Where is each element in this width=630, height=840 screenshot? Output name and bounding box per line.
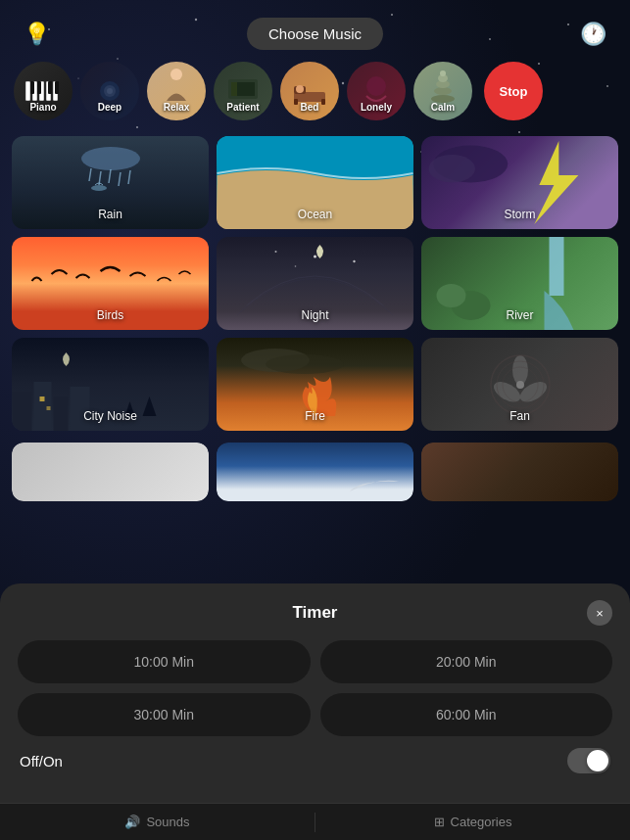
category-circle-bed: Bed	[280, 62, 339, 120]
svg-point-73	[266, 354, 344, 374]
sound-card-white[interactable]	[12, 443, 209, 501]
sound-card-fan[interactable]: Fan	[421, 338, 618, 431]
svg-rect-27	[37, 81, 41, 94]
svg-point-60	[275, 251, 277, 253]
choose-music-button[interactable]: Choose Music	[247, 18, 383, 50]
sound-card-city[interactable]: City Noise	[12, 338, 209, 431]
svg-point-65	[437, 284, 466, 307]
sound-storm-label: Storm	[421, 208, 618, 221]
svg-point-41	[296, 85, 304, 93]
svg-point-47	[440, 70, 446, 76]
off-on-row: Off/On	[18, 748, 612, 773]
svg-line-51	[109, 169, 111, 183]
category-piano[interactable]: Piano	[14, 62, 73, 120]
category-lonely[interactable]: Lonely	[347, 62, 406, 120]
svg-point-44	[434, 87, 452, 95]
svg-point-77	[516, 381, 524, 389]
timer-20min-button[interactable]: 20:00 Min	[320, 640, 613, 683]
sound-ocean-label: Ocean	[217, 208, 413, 221]
toggle-knob	[587, 750, 608, 771]
timer-10min-button[interactable]: 10:00 Min	[18, 640, 311, 683]
timer-60min-button[interactable]: 60:00 Min	[320, 693, 613, 736]
sound-night-label: Night	[217, 308, 413, 322]
category-relax[interactable]: Relax	[147, 62, 206, 120]
sound-birds-label: Birds	[12, 308, 209, 322]
sound-city-label: City Noise	[12, 409, 209, 423]
categories-label: Categories	[451, 815, 512, 829]
svg-point-57	[429, 155, 476, 183]
timer-close-button[interactable]: ×	[587, 600, 612, 626]
category-deep[interactable]: Deep	[80, 62, 139, 120]
timer-overlay: Timer × 10:00 Min 20:00 Min 30:00 Min 60…	[0, 583, 630, 803]
sound-river-label: River	[421, 308, 618, 322]
svg-line-53	[128, 170, 130, 184]
categories-icon: ⊞	[434, 815, 445, 829]
cave-bg	[421, 443, 618, 501]
timer-buttons: 10:00 Min 20:00 Min 30:00 Min 60:00 Min	[18, 640, 612, 736]
sound-card-river[interactable]: River	[421, 237, 618, 330]
nav-categories[interactable]: ⊞ Categories	[315, 815, 630, 829]
sound-card-ocean[interactable]: Ocean	[217, 136, 413, 229]
category-bed-label: Bed	[301, 102, 319, 113]
off-on-toggle[interactable]	[567, 748, 610, 773]
category-circle-patient: Patient	[214, 62, 272, 120]
sound-card-cave[interactable]	[421, 443, 618, 501]
sounds-icon: 🔊	[124, 815, 140, 829]
white-bg	[12, 443, 209, 501]
category-circle-calm: Calm	[413, 62, 472, 120]
svg-rect-63	[550, 237, 564, 296]
sound-rain-label: Rain	[12, 208, 209, 221]
svg-rect-29	[55, 81, 59, 94]
category-lonely-label: Lonely	[361, 102, 392, 113]
sound-card-fire[interactable]: Fire	[217, 338, 413, 431]
category-patient-label: Patient	[226, 102, 259, 113]
category-circle-deep: Deep	[80, 62, 139, 120]
svg-point-61	[353, 260, 355, 262]
svg-point-42	[366, 76, 386, 96]
svg-line-52	[119, 172, 121, 186]
svg-point-62	[295, 265, 297, 267]
svg-point-33	[170, 69, 182, 80]
sound-card-rain[interactable]: Rain	[12, 136, 209, 229]
stop-button[interactable]: Stop	[484, 62, 543, 120]
category-piano-label: Piano	[29, 102, 56, 113]
category-patient[interactable]: Patient	[214, 62, 272, 120]
nav-sounds[interactable]: 🔊 Sounds	[0, 815, 315, 829]
category-deep-label: Deep	[98, 102, 121, 113]
svg-point-74	[512, 355, 528, 385]
svg-point-32	[107, 88, 113, 94]
timer-30min-button[interactable]: 30:00 Min	[18, 693, 311, 736]
category-calm-label: Calm	[431, 102, 455, 113]
sounds-label: Sounds	[146, 815, 189, 829]
timer-header: Timer ×	[18, 603, 612, 623]
svg-rect-26	[30, 81, 34, 94]
category-calm[interactable]: Calm	[413, 62, 472, 120]
svg-line-49	[89, 168, 91, 181]
svg-point-48	[81, 147, 140, 170]
svg-rect-36	[231, 82, 237, 96]
clock-icon[interactable]: 🕐	[580, 22, 606, 47]
sound-card-night[interactable]: Night	[217, 237, 413, 330]
sound-grid: Rain Ocean	[0, 132, 630, 435]
top-bar: 💡 Choose Music 🕐	[0, 0, 630, 50]
bottom-nav: 🔊 Sounds ⊞ Categories	[0, 803, 630, 840]
sound-fan-label: Fan	[421, 409, 618, 423]
sound-card-plane[interactable]	[217, 443, 413, 501]
sound-card-storm[interactable]: Storm	[421, 136, 618, 229]
category-circle-piano: Piano	[14, 62, 73, 120]
categories-row: Piano Deep Relax	[0, 50, 630, 132]
timer-title: Timer	[293, 603, 338, 623]
svg-rect-70	[40, 397, 45, 401]
svg-rect-21	[25, 81, 30, 101]
sound-card-birds[interactable]: Birds	[12, 237, 209, 330]
off-on-label: Off/On	[20, 753, 63, 770]
svg-rect-39	[294, 99, 298, 105]
svg-point-59	[314, 256, 316, 258]
category-bed[interactable]: Bed	[280, 62, 339, 120]
bulb-icon[interactable]: 💡	[24, 22, 50, 47]
category-circle-relax: Relax	[147, 62, 206, 120]
svg-point-54	[91, 185, 107, 191]
category-relax-label: Relax	[164, 102, 190, 113]
svg-rect-28	[48, 81, 52, 94]
sound-fire-label: Fire	[217, 409, 413, 423]
